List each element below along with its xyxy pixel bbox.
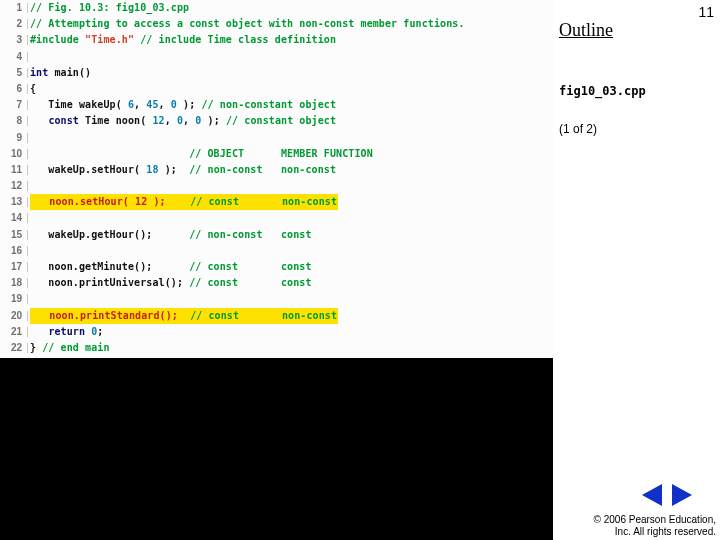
line-number: 13	[0, 194, 30, 210]
code-content: noon.getMinute(); // const const	[30, 259, 312, 275]
code-line: 5int main()	[0, 65, 553, 81]
code-line: 18 noon.printUniversal(); // const const	[0, 275, 553, 291]
code-line: 1// Fig. 10.3: fig10_03.cpp	[0, 0, 553, 16]
part-label: (1 of 2)	[559, 122, 597, 136]
code-line: 14	[0, 210, 553, 226]
copyright-line2: Inc. All rights reserved.	[594, 526, 716, 538]
line-number: 18	[0, 275, 30, 291]
line-number: 4	[0, 49, 30, 65]
prev-button[interactable]	[642, 484, 662, 506]
line-number: 15	[0, 227, 30, 243]
code-line: 15 wakeUp.getHour(); // non-const const	[0, 227, 553, 243]
code-line: 7 Time wakeUp( 6, 45, 0 ); // non-consta…	[0, 97, 553, 113]
copyright-line1: © 2006 Pearson Education,	[594, 514, 716, 526]
code-content: int main()	[30, 65, 91, 81]
line-number: 5	[0, 65, 30, 81]
code-content: noon.printStandard(); // const non-const	[30, 308, 338, 324]
code-content: wakeUp.getHour(); // non-const const	[30, 227, 312, 243]
line-number: 9	[0, 130, 30, 146]
code-line: 22} // end main	[0, 340, 553, 356]
code-content: // OBJECT MEMBER FUNCTION	[30, 146, 373, 162]
nav-buttons	[642, 484, 692, 506]
code-line: 9	[0, 130, 553, 146]
code-line: 12	[0, 178, 553, 194]
code-content: noon.setHour( 12 ); // const non-const	[30, 194, 338, 210]
code-line: 13 noon.setHour( 12 ); // const non-cons…	[0, 194, 553, 210]
outline-heading: Outline	[559, 20, 613, 41]
line-number: 19	[0, 291, 30, 307]
line-number: 21	[0, 324, 30, 340]
code-line: 17 noon.getMinute(); // const const	[0, 259, 553, 275]
code-line: 3#include "Time.h" // include Time class…	[0, 32, 553, 48]
code-line: 11 wakeUp.setHour( 18 ); // non-const no…	[0, 162, 553, 178]
code-line: 4	[0, 49, 553, 65]
code-content: Time wakeUp( 6, 45, 0 ); // non-constant…	[30, 97, 336, 113]
line-number: 6	[0, 81, 30, 97]
code-content: // Fig. 10.3: fig10_03.cpp	[30, 0, 189, 16]
line-number: 14	[0, 210, 30, 226]
line-number: 11	[0, 162, 30, 178]
code-content: #include "Time.h" // include Time class …	[30, 32, 336, 48]
code-content: wakeUp.setHour( 18 ); // non-const non-c…	[30, 162, 336, 178]
code-content: } // end main	[30, 340, 110, 356]
slide-number: 11	[698, 4, 714, 20]
line-number: 7	[0, 97, 30, 113]
line-number: 2	[0, 16, 30, 32]
code-panel: 1// Fig. 10.3: fig10_03.cpp2// Attemptin…	[0, 0, 553, 358]
code-line: 8 const Time noon( 12, 0, 0 ); // consta…	[0, 113, 553, 129]
slide: 1// Fig. 10.3: fig10_03.cpp2// Attemptin…	[0, 0, 720, 540]
right-panel: 11 Outline fig10_03.cpp (1 of 2) © 2006 …	[553, 0, 720, 540]
code-line: 21 return 0;	[0, 324, 553, 340]
line-number: 10	[0, 146, 30, 162]
code-line: 20 noon.printStandard(); // const non-co…	[0, 308, 553, 324]
code-line: 16	[0, 243, 553, 259]
next-button[interactable]	[672, 484, 692, 506]
code-content: noon.printUniversal(); // const const	[30, 275, 312, 291]
file-label: fig10_03.cpp	[559, 84, 646, 98]
highlight: noon.printStandard(); // const non-const	[30, 308, 338, 324]
line-number: 1	[0, 0, 30, 16]
code-line: 2// Attempting to access a const object …	[0, 16, 553, 32]
line-number: 12	[0, 178, 30, 194]
code-line: 10 // OBJECT MEMBER FUNCTION	[0, 146, 553, 162]
code-line: 6{	[0, 81, 553, 97]
line-number: 8	[0, 113, 30, 129]
highlight: noon.setHour( 12 ); // const non-const	[30, 194, 338, 210]
line-number: 22	[0, 340, 30, 356]
line-number: 3	[0, 32, 30, 48]
code-content: // Attempting to access a const object w…	[30, 16, 465, 32]
copyright: © 2006 Pearson Education, Inc. All right…	[594, 514, 716, 538]
code-content: const Time noon( 12, 0, 0 ); // constant…	[30, 113, 336, 129]
line-number: 17	[0, 259, 30, 275]
code-content: {	[30, 81, 36, 97]
line-number: 16	[0, 243, 30, 259]
line-number: 20	[0, 308, 30, 324]
code-content: return 0;	[30, 324, 103, 340]
code-line: 19	[0, 291, 553, 307]
